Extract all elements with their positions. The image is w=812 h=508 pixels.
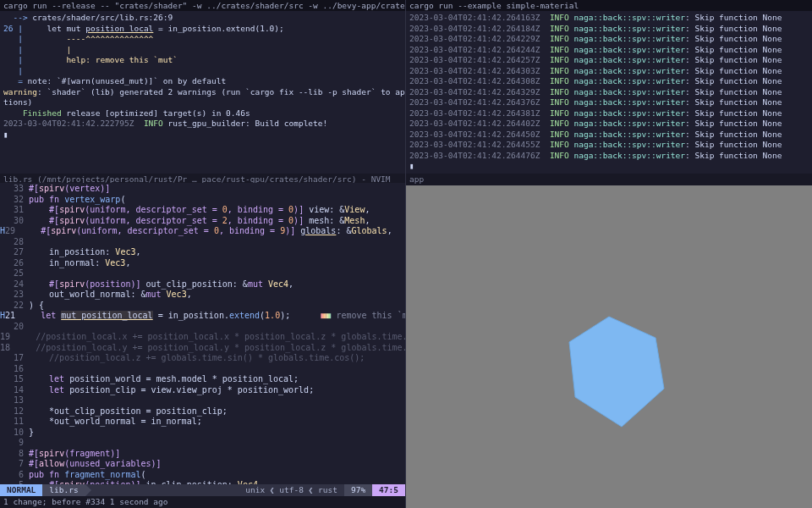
- gutter-sign: [0, 364, 10, 375]
- code-line[interactable]: 33#[spirv(vertex)]: [0, 184, 405, 195]
- code-line[interactable]: 14 let position_clip = view.view_proj * …: [0, 385, 405, 396]
- code-text: let position_clip = view.view_proj * pos…: [29, 385, 405, 396]
- code-line[interactable]: 9: [0, 438, 405, 449]
- terminal-line: Finished release [optimized] target(s) i…: [3, 108, 402, 119]
- code-line[interactable]: 11 *out_world_normal = in_normal;: [0, 417, 405, 428]
- code-line[interactable]: H29 #[spirv(uniform, descriptor_set = 0,…: [0, 226, 405, 237]
- code-line[interactable]: 32pub fn vertex_warp(: [0, 195, 405, 206]
- gutter-sign: [0, 470, 10, 481]
- terminal-line: | help: remove this `mut`: [3, 55, 402, 66]
- code-text: ) {: [29, 301, 405, 312]
- editor-pane[interactable]: lib.rs (/mnt/projects/personal/rust/Pr ……: [0, 174, 406, 509]
- code-line[interactable]: 30 #[spirv(uniform, descriptor_set = 2, …: [0, 216, 405, 227]
- gutter-sign: [0, 428, 10, 439]
- log-line: 2023-03-04T02:41:42.264476Z INFO naga::b…: [409, 151, 809, 162]
- code-line[interactable]: 23 out_world_normal: &mut Vec3,: [0, 290, 405, 301]
- app-viewport[interactable]: [406, 185, 812, 509]
- gutter-linenum: 18: [0, 343, 15, 354]
- code-line[interactable]: 10}: [0, 428, 405, 439]
- code-line[interactable]: 18 //position_local.y += position_local.…: [0, 343, 405, 354]
- svg-marker-0: [569, 317, 664, 427]
- gutter-linenum: 24: [10, 279, 29, 290]
- gutter-linenum: 12: [10, 406, 29, 417]
- log-line: 2023-03-04T02:41:42.264244Z INFO naga::b…: [409, 45, 809, 56]
- rendered-shape: [562, 312, 672, 431]
- terminal-line: tions): [3, 97, 402, 108]
- terminal-line: 2023-03-04T02:41:42.222795Z INFO rust_gp…: [3, 119, 402, 130]
- log-line: 2023-03-04T02:41:42.264450Z INFO naga::b…: [409, 130, 809, 141]
- code-line[interactable]: 8#[spirv(fragment)]: [0, 449, 405, 460]
- code-text: #[spirv(position)] out_clip_position: &m…: [29, 279, 405, 290]
- gutter-sign: [0, 216, 10, 227]
- log-line: 2023-03-04T02:41:42.264376Z INFO naga::b…: [409, 97, 809, 108]
- log-line: 2023-03-04T02:41:42.264381Z INFO naga::b…: [409, 108, 809, 119]
- code-line[interactable]: 26 in_normal: Vec3,: [0, 258, 405, 269]
- code-line[interactable]: 27 in_position: Vec3,: [0, 247, 405, 258]
- code-line[interactable]: 31 #[spirv(uniform, descriptor_set = 0, …: [0, 205, 405, 216]
- code-text: in_position: Vec3,: [29, 247, 405, 258]
- terminal-line: = note: `#[warn(unused_mut)]` on by defa…: [3, 76, 402, 87]
- code-text: #[spirv(uniform, descriptor_set = 2, bin…: [29, 216, 405, 227]
- code-text: in_normal: Vec3,: [29, 258, 405, 269]
- code-text: //position_local.x += position_local.x *…: [15, 332, 405, 343]
- gutter-sign: [0, 258, 10, 269]
- gutter-linenum: 17: [10, 353, 29, 364]
- code-line[interactable]: H21 let mut position_local = in_position…: [0, 311, 405, 322]
- terminal-left[interactable]: cargo run --release -- "crates/shader" -…: [0, 0, 406, 174]
- code-text: *out_world_normal = in_normal;: [29, 417, 405, 428]
- code-line[interactable]: 25: [0, 268, 405, 279]
- status-percent: 97%: [344, 484, 372, 496]
- code-text: #[spirv(uniform, descriptor_set = 0, bin…: [20, 226, 405, 237]
- log-line: 2023-03-04T02:41:42.264455Z INFO naga::b…: [409, 140, 809, 151]
- code-line[interactable]: 7#[allow(unused_variables)]: [0, 459, 405, 470]
- terminal-line: | |: [3, 45, 402, 56]
- code-line[interactable]: 17 //position_local.z += globals.time.si…: [0, 353, 405, 364]
- log-line: 2023-03-04T02:41:42.264163Z INFO naga::b…: [409, 13, 809, 24]
- app-tabline: app: [406, 174, 812, 185]
- gutter-linenum: 31: [10, 205, 29, 216]
- code-line[interactable]: 20: [0, 322, 405, 333]
- status-file: lib.rs: [42, 484, 85, 496]
- gutter-linenum: 19: [0, 332, 15, 343]
- gutter-sign: [0, 459, 10, 470]
- editor-message: 1 change; before #334 1 second ago: [0, 496, 405, 508]
- gutter-linenum: 26: [10, 258, 29, 269]
- code-line[interactable]: 22) {: [0, 301, 405, 312]
- code-line[interactable]: 12 *out_clip_position = position_clip;: [0, 406, 405, 417]
- code-text: #[allow(unused_variables)]: [29, 459, 405, 470]
- code-line[interactable]: 28: [0, 237, 405, 248]
- gutter-linenum: 10: [10, 428, 29, 439]
- gutter-sign: [0, 374, 10, 385]
- gutter-sign: [0, 205, 10, 216]
- terminal-line: 26 | let mut position_local = in_positio…: [3, 24, 402, 35]
- code-line[interactable]: 6pub fn fragment_normal(: [0, 470, 405, 481]
- gutter-linenum: 11: [10, 417, 29, 428]
- code-text: [29, 322, 405, 333]
- code-text: [29, 268, 405, 279]
- log-line: 2023-03-04T02:41:42.264303Z INFO naga::b…: [409, 66, 809, 77]
- gutter-linenum: 25: [10, 268, 29, 279]
- gutter-sign: [0, 237, 10, 248]
- code-line[interactable]: 13: [0, 395, 405, 406]
- gutter-linenum: 23: [10, 290, 29, 301]
- gutter-linenum: 20: [10, 322, 29, 333]
- app-pane[interactable]: app: [406, 174, 812, 509]
- code-text: }: [29, 428, 405, 439]
- code-line[interactable]: 24 #[spirv(position)] out_clip_position:…: [0, 279, 405, 290]
- code-text: pub fn fragment_normal(: [29, 470, 405, 481]
- code-line[interactable]: 19 //position_local.x += position_local.…: [0, 332, 405, 343]
- code-line[interactable]: 15 let position_world = mesh.model * pos…: [0, 374, 405, 385]
- code-line[interactable]: 16: [0, 364, 405, 375]
- gutter-linenum: 6: [10, 470, 29, 481]
- code-text: let mut position_local = in_position.ext…: [20, 311, 405, 322]
- gutter-linenum: 21: [5, 311, 20, 322]
- gutter-linenum: 8: [10, 449, 29, 460]
- code-text: [29, 237, 405, 248]
- editor-tabline: lib.rs (/mnt/projects/personal/rust/Pr ……: [0, 174, 405, 184]
- terminal-line: |: [3, 66, 402, 77]
- terminal-right[interactable]: cargo run --example simple-material 2023…: [406, 0, 812, 174]
- gutter-linenum: 16: [10, 364, 29, 375]
- terminal-right-title: cargo run --example simple-material: [406, 0, 812, 11]
- gutter-linenum: 7: [10, 459, 29, 470]
- gutter-linenum: 15: [10, 374, 29, 385]
